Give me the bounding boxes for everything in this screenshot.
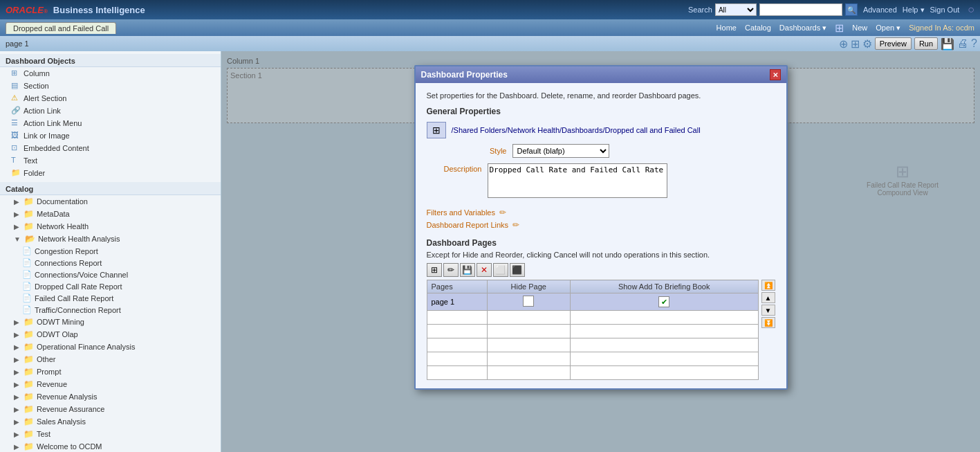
dashboard-tab[interactable]: Dropped call and Failed Call <box>6 22 116 34</box>
catalog-item-failed-call[interactable]: 📄 Failed Call Rate Report <box>0 292 221 304</box>
dashboards-link[interactable]: Dashboards ▾ <box>779 24 826 33</box>
catalog-item-connections-voice[interactable]: 📄 Connections/Voice Channel <box>0 269 221 280</box>
help-link[interactable]: Help ▾ <box>903 6 925 15</box>
page-label: page 1 <box>6 39 29 48</box>
expand-icon: ▶ <box>14 381 19 388</box>
folder-icon-small: 📁 <box>24 222 34 231</box>
catalog-item-traffic[interactable]: 📄 Traffic/Connection Report <box>0 304 221 316</box>
dashboard-pages-title: Dashboard Pages <box>427 238 775 248</box>
catalog-item-dropped-call[interactable]: 📄 Dropped Call Rate Report <box>0 280 221 292</box>
run-button[interactable]: Run <box>914 37 938 50</box>
move-down-button[interactable]: ▼ <box>761 305 775 316</box>
catalog-item-revenue-analysis[interactable]: ▶ 📁 Revenue Analysis <box>0 390 221 403</box>
alert-icon: ⚠ <box>11 93 21 103</box>
modal-body: Set properties for the Dashboard. Delete… <box>416 83 786 388</box>
help-icon[interactable]: ? <box>971 37 977 50</box>
catalog-item-odwt-olap[interactable]: ▶ 📁 ODWT Olap <box>0 328 221 341</box>
pages-note: Except for Hide and Reorder, clicking Ca… <box>427 251 775 259</box>
catalog-item-documentation[interactable]: ▶ 📁 Documentation <box>0 195 221 208</box>
text-icon: T <box>11 156 21 165</box>
pages-export-button[interactable]: ⬜ <box>493 263 508 277</box>
preview-button[interactable]: Preview <box>875 37 912 50</box>
content-area: Column 1 Section 1 ⊞ Failed Call Rate Re… <box>221 51 980 452</box>
briefing-book-cell[interactable]: ✔ <box>570 293 758 311</box>
catalog-item-metadata[interactable]: ▶ 📁 MetaData <box>0 208 221 220</box>
catalog-title: Catalog <box>0 182 221 195</box>
style-row: Style Default (blafp) Default <box>427 144 775 158</box>
expand-icon: ▶ <box>14 368 19 376</box>
dashboard-report-links-link[interactable]: Dashboard Report Links <box>427 221 509 229</box>
third-toolbar: page 1 ⊕ ⊞ ⚙ Preview Run 💾 🖨 ? <box>0 36 980 51</box>
add-page-icon[interactable]: ⊕ <box>839 37 848 51</box>
sidebar-item-action-link-menu[interactable]: ☰ Action Link Menu <box>0 117 221 129</box>
catalog-item-welcome[interactable]: ▶ 📁 Welcome to OCDM <box>0 440 221 452</box>
catalog-item-sales-analysis[interactable]: ▶ 📁 Sales Analysis <box>0 415 221 428</box>
description-textarea[interactable]: Dropped Call Rate and Failed Call Rate <box>488 163 667 198</box>
search-button[interactable]: 🔍 <box>845 3 858 16</box>
expand-icon: ▶ <box>14 223 19 230</box>
catalog-item-network-health[interactable]: ▶ 📁 Network Health <box>0 220 221 233</box>
report-icon: 📄 <box>22 305 32 314</box>
search-input[interactable] <box>759 3 842 16</box>
report-icon: 📄 <box>22 246 32 255</box>
catalog-item-test[interactable]: ▶ 📁 Test <box>0 428 221 440</box>
catalog-item-op-finance[interactable]: ▶ 📁 Operational Finance Analysis <box>0 341 221 353</box>
sidebar-item-text[interactable]: T Text <box>0 154 221 167</box>
move-to-top-button[interactable]: ⏫ <box>761 280 775 291</box>
catalog-item-revenue[interactable]: ▶ 📁 Revenue <box>0 378 221 390</box>
hide-page-checkbox[interactable] <box>523 296 534 307</box>
page-props-icon[interactable]: ⊞ <box>851 37 860 51</box>
expand-icon: ▶ <box>14 198 19 206</box>
catalog-item-congestion[interactable]: 📄 Congestion Report <box>0 245 221 257</box>
style-label: Style <box>452 147 507 155</box>
pages-rename-button[interactable]: ✏ <box>443 263 459 277</box>
home-link[interactable]: Home <box>716 24 737 32</box>
search-dropdown[interactable]: All <box>715 3 757 16</box>
catalog-item-connections[interactable]: 📄 Connections Report <box>0 257 221 269</box>
pages-col-header: Pages <box>427 280 487 293</box>
catalog-item-other[interactable]: ▶ 📁 Other <box>0 353 221 365</box>
expand-icon: ▶ <box>14 331 19 338</box>
modal-close-button[interactable]: ✕ <box>770 69 781 80</box>
briefing-book-checkbox[interactable]: ✔ <box>658 296 669 307</box>
open-link[interactable]: Open ▾ <box>876 24 900 33</box>
sidebar-item-embedded-content[interactable]: ⊡ Embedded Content <box>0 142 221 154</box>
move-up-button[interactable]: ▲ <box>761 292 775 303</box>
sidebar-item-alert-section[interactable]: ⚠ Alert Section <box>0 92 221 105</box>
advanced-link[interactable]: Advanced <box>863 6 897 14</box>
sidebar-item-action-link[interactable]: 🔗 Action Link <box>0 105 221 117</box>
folder-icon-small: 📁 <box>24 429 34 439</box>
sidebar-item-column[interactable]: ⊞ Column <box>0 67 221 80</box>
pages-copy-button[interactable]: ⊞ <box>427 263 442 277</box>
catalog-item-prompt[interactable]: ▶ 📁 Prompt <box>0 365 221 378</box>
page-settings-icon[interactable]: ⚙ <box>862 37 872 51</box>
sidebar-item-section[interactable]: ▤ Section <box>0 80 221 92</box>
filters-link[interactable]: Filters and Variables <box>427 208 495 217</box>
style-select[interactable]: Default (blafp) Default <box>512 144 609 158</box>
dashboard-report-links-edit-icon[interactable]: ✏ <box>512 220 519 230</box>
pages-delete-button[interactable]: ✕ <box>477 263 492 277</box>
table-row <box>427 366 758 380</box>
filters-edit-icon[interactable]: ✏ <box>499 208 506 217</box>
action-link-icon: 🔗 <box>11 106 21 116</box>
save-icon[interactable]: 💾 <box>941 37 954 51</box>
sidebar-item-link-or-image[interactable]: 🖼 Link or Image <box>0 129 221 142</box>
sidebar-item-folder[interactable]: 📁 Folder <box>0 167 221 179</box>
pages-table-with-nav: Pages Hide Page Show Add To Briefing Boo… <box>427 280 775 380</box>
catalog-item-network-health-analysis[interactable]: ▼ 📂 Network Health Analysis <box>0 233 221 245</box>
table-row[interactable]: page 1 ✔ <box>427 293 758 311</box>
catalog-item-revenue-assurance[interactable]: ▶ 📁 Revenue Assurance <box>0 403 221 415</box>
sign-out-link[interactable]: Sign Out <box>930 6 960 14</box>
report-icon: 📄 <box>22 258 32 267</box>
catalog-item-odwt-mining[interactable]: ▶ 📁 ODWT Mining <box>0 316 221 328</box>
new-link[interactable]: New <box>852 24 867 32</box>
move-to-bottom-button[interactable]: ⏬ <box>761 317 775 328</box>
pages-import-button[interactable]: ⬛ <box>510 263 525 277</box>
pages-save-button[interactable]: 💾 <box>460 263 475 277</box>
catalog-link[interactable]: Catalog <box>745 24 771 32</box>
search-label: Search <box>688 6 712 14</box>
print-icon[interactable]: 🖨 <box>957 37 968 50</box>
description-row: Description Dropped Call Rate and Failed… <box>427 163 775 198</box>
column-icon: ⊞ <box>11 69 21 78</box>
hide-page-cell[interactable] <box>487 293 570 311</box>
